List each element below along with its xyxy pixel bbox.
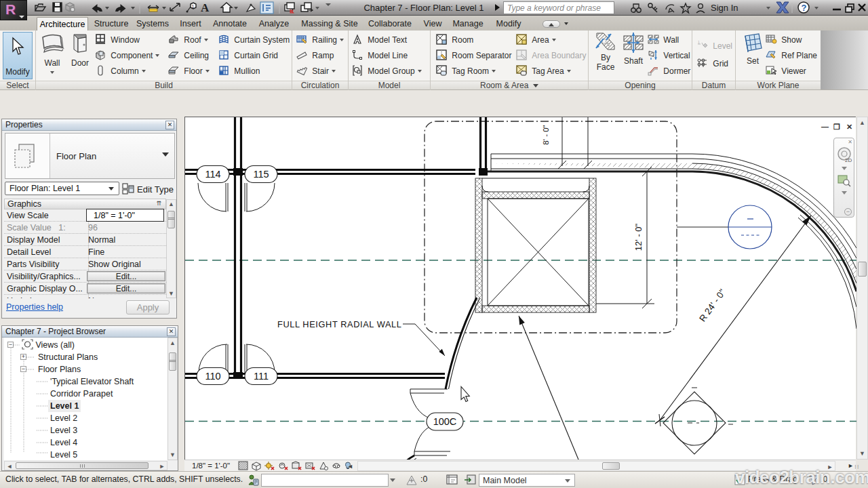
svg-text:R 24' - 0": R 24' - 0" — [697, 287, 728, 324]
svg-text:1: 1 — [192, 4, 195, 9]
svg-text:114: 114 — [205, 169, 220, 180]
svg-text:FULL HEIGHT RADIAL WALL: FULL HEIGHT RADIAL WALL — [277, 319, 402, 329]
svg-text:?: ? — [802, 3, 807, 13]
svg-text:1: 1 — [698, 40, 700, 44]
svg-text:A: A — [201, 1, 210, 14]
svg-text:8' - 0": 8' - 0" — [542, 125, 550, 144]
svg-text:12' - 0": 12' - 0" — [633, 223, 644, 251]
svg-text:110: 110 — [205, 371, 220, 382]
svg-text:100C: 100C — [433, 416, 457, 427]
svg-text:115: 115 — [253, 169, 269, 180]
svg-text:2D: 2D — [845, 157, 852, 163]
svg-text:111: 111 — [254, 371, 269, 382]
